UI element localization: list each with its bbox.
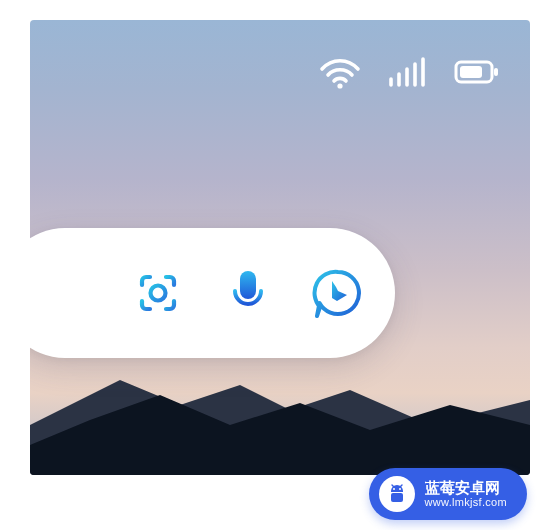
svg-point-0 <box>337 83 342 88</box>
watermark-url: www.lmkjsf.com <box>425 496 507 508</box>
battery-icon <box>454 59 500 85</box>
svg-line-15 <box>400 485 402 487</box>
svg-point-12 <box>393 488 395 490</box>
android-icon <box>379 476 415 512</box>
device-screenshot <box>30 20 530 475</box>
microphone-icon <box>228 267 268 319</box>
bing-chat-icon <box>312 267 364 319</box>
search-widget[interactable] <box>30 228 395 358</box>
watermark-badge: 蓝莓安卓网 www.lmkjsf.com <box>369 468 527 520</box>
svg-rect-16 <box>391 493 403 502</box>
cellular-signal-icon <box>388 57 428 87</box>
voice-search-button[interactable] <box>221 266 275 320</box>
visual-search-button[interactable] <box>131 266 185 320</box>
wallpaper-mountain-front <box>30 385 530 475</box>
svg-rect-10 <box>240 271 256 299</box>
watermark-title: 蓝莓安卓网 <box>425 480 507 497</box>
camera-lens-icon <box>134 269 182 317</box>
status-bar <box>318 55 500 89</box>
svg-rect-8 <box>460 66 482 78</box>
wifi-icon <box>318 55 362 89</box>
svg-point-9 <box>151 286 166 301</box>
svg-point-13 <box>399 488 401 490</box>
svg-line-14 <box>392 485 394 487</box>
svg-rect-7 <box>494 68 498 76</box>
bing-chat-button[interactable] <box>311 266 365 320</box>
